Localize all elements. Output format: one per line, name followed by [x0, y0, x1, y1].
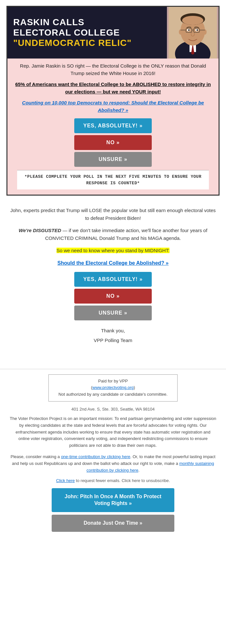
- donate-buttons: John: Pitch In Once A Month To Protect V…: [6, 488, 220, 538]
- org-description: The Voter Protection Project is on an im…: [6, 415, 220, 449]
- fewer-emails-link[interactable]: Click here: [56, 478, 75, 483]
- midnight-text: So we need to know where you stand by MI…: [8, 247, 218, 254]
- bold-text: 65% of Americans want the Electoral Coll…: [14, 81, 212, 95]
- headline-title: RASKIN CALLS ELECTORAL COLLEGE "UNDEMOCR…: [13, 17, 162, 48]
- poll-notice: *PLEASE COMPLETE YOUR POLL IN THE NEXT F…: [17, 170, 209, 189]
- not-authorized-text: Not authorized by any candidate or candi…: [58, 392, 168, 397]
- svg-point-11: [188, 29, 190, 31]
- onetime-donate-button[interactable]: Donate Just One Time »: [52, 515, 174, 532]
- main-body: John, experts predict that Trump will LO…: [0, 201, 226, 369]
- top-unsure-button[interactable]: UNSURE »: [74, 152, 152, 167]
- counting-link[interactable]: Counting on 10,000 top Democrats to resp…: [22, 100, 204, 113]
- thank-you-text: Thank you,: [8, 327, 218, 335]
- svg-point-8: [182, 16, 203, 25]
- headline-banner: RASKIN CALLS ELECTORAL COLLEGE "UNDEMOCR…: [7, 7, 219, 59]
- top-box-body: Rep. Jamie Raskin is SO right — the Elec…: [7, 59, 219, 189]
- main-unsure-button[interactable]: UNSURE »: [74, 306, 152, 320]
- disgusted-text: We're DISGUSTED: [19, 228, 61, 233]
- paid-for-text: Paid for by VPP: [98, 379, 128, 383]
- top-no-button[interactable]: NO »: [74, 135, 152, 150]
- email-wrapper: RASKIN CALLS ELECTORAL COLLEGE "UNDEMOCR…: [0, 6, 226, 543]
- footer-section: Paid for by VPP (www.protectvoting.org) …: [0, 369, 226, 543]
- main-para2: We're DISGUSTED — if we don't take immed…: [8, 227, 218, 242]
- top-box: RASKIN CALLS ELECTORAL COLLEGE "UNDEMOCR…: [6, 6, 220, 196]
- top-poll-buttons: YES, ABSOLUTELY! » NO » UNSURE »: [14, 118, 212, 167]
- top-yes-button[interactable]: YES, ABSOLUTELY! »: [74, 118, 152, 133]
- paid-for-box: Paid for by VPP (www.protectvoting.org) …: [48, 374, 178, 402]
- main-abolish-link[interactable]: Should the Electoral College be Abolishe…: [57, 260, 169, 266]
- raskin-photo: [169, 7, 217, 59]
- counting-link-container: Counting on 10,000 top Democrats to resp…: [14, 99, 212, 114]
- main-yes-button[interactable]: YES, ABSOLUTELY! »: [74, 272, 152, 287]
- headline-photo: [167, 7, 219, 59]
- unsubscribe-text: Click here to request fewer emails. Clic…: [6, 478, 220, 483]
- monthly-donate-button[interactable]: John: Pitch In Once A Month To Protect V…: [52, 488, 174, 512]
- main-poll-buttons: YES, ABSOLUTELY! » NO » UNSURE »: [8, 272, 218, 320]
- address-line: 401 2nd Ave. S, Ste. 303, Seattle, WA 98…: [6, 407, 220, 412]
- website-link[interactable]: www.protectvoting.org: [92, 385, 134, 390]
- svg-point-12: [197, 29, 198, 31]
- main-no-button[interactable]: NO »: [74, 289, 152, 304]
- contribute-text: Please, consider making a one-time contr…: [6, 454, 220, 474]
- main-link-container: Should the Electoral College be Abolishe…: [8, 259, 218, 267]
- team-name: VPP Polling Team: [8, 337, 218, 344]
- thank-you-section: Thank you, VPP Polling Team: [8, 327, 218, 344]
- main-para1: John, experts predict that Trump will LO…: [8, 207, 218, 222]
- intro-text: Rep. Jamie Raskin is SO right — the Elec…: [14, 62, 212, 77]
- headline-text-area: RASKIN CALLS ELECTORAL COLLEGE "UNDEMOCR…: [7, 7, 167, 59]
- one-time-link[interactable]: one-time contribution by clicking here: [61, 454, 130, 459]
